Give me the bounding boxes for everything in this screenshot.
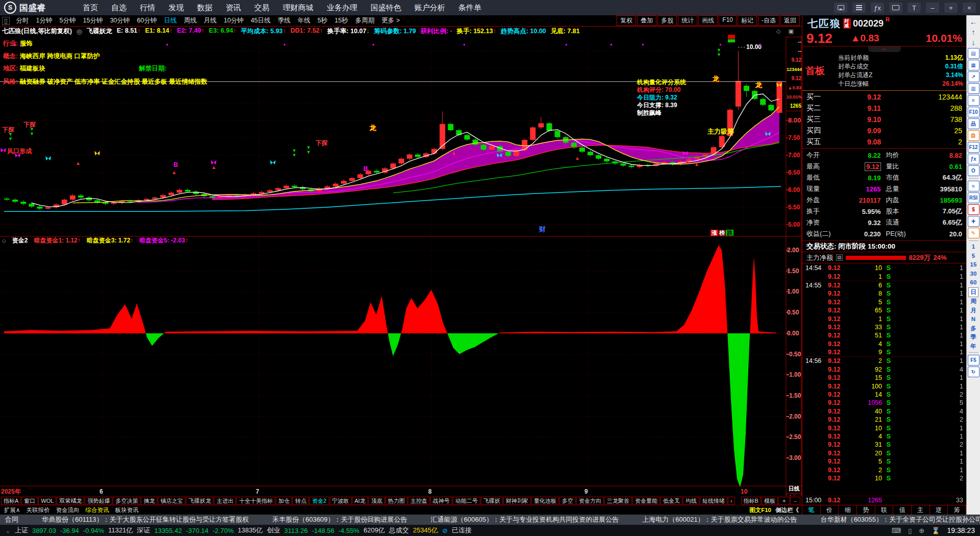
detail-icon[interactable]: ▤ [836,254,843,261]
indicator-tab-热力图[interactable]: 热力图 [385,497,407,505]
indicator-tab-飞碟妖龙[interactable]: 飞碟妖龙 [186,497,213,505]
tool-icon-↻[interactable]: ↻ [968,367,979,377]
period-quick-多[interactable]: 多 [970,324,976,333]
menu-item-国盛特色[interactable]: 国盛特色 [371,3,401,13]
main-chart-canvas[interactable]: 8.007.507.006.506.005.505.002.001.501.00… [0,36,802,496]
indicator-tab-多空[interactable]: 多空 [559,497,576,505]
indicator-tab-镇店之宝[interactable]: 镇店之宝 [158,497,185,505]
sub-indicator-name[interactable]: 资金2 [12,236,28,245]
tool-icon-RSI[interactable]: RSI [968,192,979,203]
secondary-tab-扩展∧[interactable]: 扩展∧ [1,506,23,514]
indicator-tab-AI龙[interactable]: AI龙 [352,497,368,505]
period-分时[interactable]: 分时 [13,16,33,25]
indicator-tab-均线[interactable]: 均线 [683,497,699,505]
bid-level-row[interactable]: 买一9.12123444 [802,91,966,103]
theme-icon[interactable]: T [908,3,921,13]
tab-模板[interactable]: 模板 [762,497,778,505]
chat-icon[interactable] [834,3,847,13]
tool-icon-$[interactable]: $ [968,204,979,215]
nav-icon-↓[interactable]: ↓ [971,37,975,47]
period-15分钟[interactable]: 15分钟 [80,16,107,25]
quote-tab-势[interactable]: 势 [857,505,875,515]
indicator-tab-资金2[interactable]: 资金2 [309,497,329,505]
menu-item-账户分析[interactable]: 账户分析 [414,3,445,13]
sidebar-toggle[interactable]: 侧边栏《 [773,506,801,514]
bid-level-row[interactable]: 买二9.11288 [802,103,966,114]
indicator-tab-资金方向[interactable]: 资金方向 [576,497,604,505]
bid-level-row[interactable]: 买四9.0925 [802,125,966,136]
chart-button--自选[interactable]: -自选 [758,15,779,26]
menu-item-资讯[interactable]: 资讯 [226,3,241,13]
quote-tab-主[interactable]: 主 [912,505,930,515]
tool-icon-≈[interactable]: ≈ [968,181,979,191]
indicator-tab-宁波敢[interactable]: 宁波敢 [330,497,352,505]
nav-icon-←[interactable]: ← [970,17,977,27]
phone-icon[interactable]: ▯ [908,527,912,534]
period-5分钟[interactable]: 5分钟 [56,16,80,25]
chart-zone[interactable]: 七匹狼(日线,等比前复权) ◎ 飞碟妖龙 E: 8.51↑E1: 8.14↑E2… [0,27,802,496]
target-icon[interactable]: ⊕ [919,527,924,534]
indicator-tab-低金叉[interactable]: 低金叉 [660,497,682,505]
quote-tab-联[interactable]: 联 [875,505,894,515]
period-年线[interactable]: 年线 [294,16,314,25]
period-quick-60[interactable]: 60 [970,278,977,287]
chart-corner-icons[interactable]: ◇ ▣ [776,28,797,35]
menu-item-数据[interactable]: 数据 [197,3,212,13]
quote-tab-细[interactable]: 细 [839,505,857,515]
collapse-icon[interactable]: ◎ [77,28,82,35]
quote-tab-价[interactable]: 价 [821,505,839,515]
chart-button-多股[interactable]: 多股 [657,15,677,26]
tool-icon-ƒx[interactable]: ƒx [968,154,979,164]
tool-icon-F5[interactable]: F5 [968,355,979,366]
news-item[interactable]: 华鼎股份（601113）：关于大股东公开征集转让股份与受让方签署股权 [42,515,249,524]
indicator-tab-短线情绪[interactable]: 短线情绪 [700,497,727,505]
chart-button-标记[interactable]: 标记 [738,15,757,26]
secondary-tab-板块资讯[interactable]: 板块资讯 [112,506,141,514]
secondary-tab-关联报价[interactable]: 关联报价 [23,506,53,514]
indicator-tab-›[interactable]: › [728,497,735,505]
menu-item-理财商城[interactable]: 理财商城 [283,3,313,13]
menu-item-首页[interactable]: 首页 [83,3,98,13]
period-quick-30[interactable]: 30 [970,270,977,279]
period-quick-15[interactable]: 15 [970,260,977,270]
menu-item-行情[interactable]: 行情 [140,3,155,13]
news-item[interactable]: 台华新材（603055）：关于全资子公司受让控股孙公司部分股权暨关联 [821,515,980,524]
indicator-tab-窗口[interactable]: 窗口 [21,497,38,505]
secondary-tab-资金流向[interactable]: 资金流向 [53,506,82,514]
period-quick-N[interactable]: N [971,315,975,324]
period-10分钟[interactable]: 10分钟 [220,16,247,25]
indicator-tab-十全十美指标[interactable]: 十全十美指标 [236,497,275,505]
indicator-tab-战神号[interactable]: 战神号 [430,497,452,505]
period-月线[interactable]: 月线 [200,16,220,25]
monitor-icon[interactable] [889,3,902,13]
tool-icon-F10[interactable]: F10 [968,107,979,117]
chart-button-叠加[interactable]: 叠加 [637,15,656,26]
collapse-caret-icon[interactable]: ◇ [2,238,6,243]
news-ticker[interactable]: 合同华鼎股份（601113）：关于大股东公开征集转让股份与受让方签署股权禾丰股份… [0,515,980,525]
indicator-tab-多空决策[interactable]: 多空决策 [113,497,140,505]
nav-icon-↑[interactable]: ↑ [971,27,975,37]
chart-button-统计[interactable]: 统计 [678,15,697,26]
quote-tab-笔[interactable]: 笔 [802,505,821,515]
layout-icon[interactable]: ▯ [2,17,10,25]
indicator-tab-加仓[interactable]: 加仓 [276,497,292,505]
study-name[interactable]: 飞碟妖龙 [87,27,112,36]
keyboard-icon[interactable]: ⌨ [891,527,901,534]
tool-icon-O[interactable]: O [968,165,979,176]
news-item[interactable]: 上海电力（600021）：关于股票交易异常波动的公告 [642,515,797,524]
secondary-tab-综合资讯[interactable]: 综合资讯 [82,506,112,514]
period-更多 >[interactable]: 更多 > [378,16,403,25]
period-quick-1[interactable]: 1 [972,242,975,252]
indicator-tab-主进出[interactable]: 主进出 [214,497,236,505]
indicator-tab-主控盘[interactable]: 主控盘 [408,497,430,505]
bid-level-row[interactable]: 买三9.10738 [802,114,966,125]
minimize-button[interactable]: – [926,3,939,13]
tool-icon-▦[interactable]: ▦ [968,60,979,70]
period-30分钟[interactable]: 30分钟 [106,16,133,25]
tool-icon-品[interactable]: 品 [968,118,979,129]
tool-icon-自[interactable]: 自 [968,130,979,141]
tool-icon-✚[interactable]: ✚ [968,216,979,227]
period-1分钟[interactable]: 1分钟 [33,16,56,25]
tool-icon-F12[interactable]: F12 [968,142,979,153]
period-季线[interactable]: 季线 [274,16,294,25]
